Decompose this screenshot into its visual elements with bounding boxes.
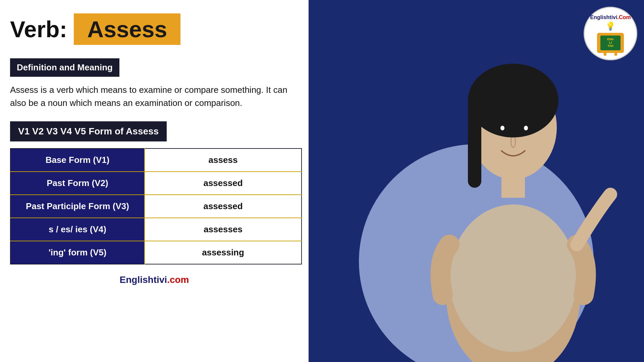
content-area: Verb: Assess Definition and Meaning Asse…	[0, 0, 309, 362]
tv-leg-right	[614, 53, 617, 56]
svg-rect-2	[501, 171, 525, 198]
verb-word: Assess	[87, 16, 167, 42]
table-label-cell: Past Participle Form (V3)	[10, 195, 145, 218]
table-value-cell: assessing	[145, 241, 302, 264]
svg-point-8	[500, 126, 504, 130]
logo-brand: Englishtivi	[590, 14, 618, 20]
verb-forms-table: Base Form (V1) assess Past Form (V2) ass…	[10, 148, 302, 264]
tv-leg-left	[604, 53, 606, 56]
tv-screen-text: ENGLITIVI	[607, 38, 614, 48]
right-area: Englishtivi.Com 💡 ENGLITIVI	[309, 0, 644, 362]
svg-point-9	[524, 126, 528, 130]
verb-word-box: Assess	[74, 13, 180, 45]
svg-rect-4	[468, 94, 481, 188]
title-row: Verb: Assess	[10, 13, 299, 45]
table-label-cell: s / es/ ies (V4)	[10, 218, 145, 241]
footer: Englishtivi.com	[10, 275, 299, 285]
logo-dotcom: .Com	[617, 14, 631, 20]
logo-circle: Englishtivi.Com 💡 ENGLITIVI	[584, 7, 637, 60]
table-row: s / es/ ies (V4) assesses	[10, 218, 302, 241]
table-value-cell: assessed	[145, 172, 302, 195]
svg-point-5	[449, 204, 577, 352]
definition-heading: Definition and Meaning	[10, 58, 119, 77]
table-label-cell: Base Form (V1)	[10, 148, 145, 172]
table-row: Past Participle Form (V3) assessed	[10, 195, 302, 218]
tv-icon: ENGLITIVI	[597, 33, 624, 53]
definition-section: Definition and Meaning Assess is a verb …	[10, 58, 299, 110]
verb-label: Verb:	[10, 16, 67, 42]
table-row: Past Form (V2) assessed	[10, 172, 302, 195]
logo-text: Englishtivi.Com	[590, 14, 631, 20]
tv-screen: ENGLITIVI	[600, 36, 621, 50]
definition-text: Assess is a verb which means to examine …	[10, 83, 299, 110]
footer-brand-blue: Englishtivi	[120, 275, 167, 285]
table-row: Base Form (V1) assess	[10, 148, 302, 172]
table-value-cell: assess	[145, 148, 302, 172]
table-value-cell: assesses	[145, 218, 302, 241]
forms-section: V1 V2 V3 V4 V5 Form of Assess Base Form …	[10, 121, 299, 264]
table-label-cell: Past Form (V2)	[10, 172, 145, 195]
forms-heading: V1 V2 V3 V4 V5 Form of Assess	[10, 121, 167, 141]
table-label-cell: 'ing' form (V5)	[10, 241, 145, 264]
table-row: 'ing' form (V5) assessing	[10, 241, 302, 264]
svg-point-3	[468, 64, 558, 137]
table-value-cell: assessed	[145, 195, 302, 218]
footer-brand-red: .com	[167, 275, 189, 285]
tv-legs	[604, 53, 617, 56]
person-image	[402, 27, 624, 362]
